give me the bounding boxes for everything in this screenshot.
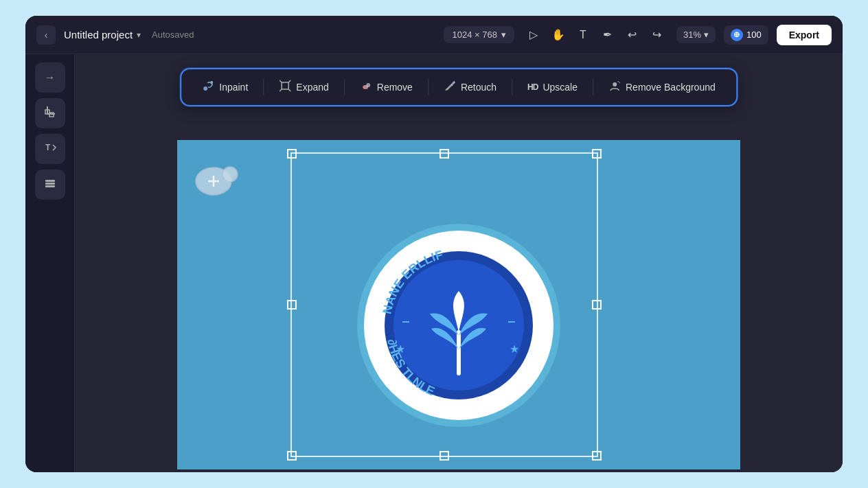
handle-bottom-mid[interactable] [439, 451, 449, 461]
divider-2 [344, 79, 345, 95]
svg-point-17 [222, 167, 238, 182]
svg-text:★: ★ [510, 343, 519, 355]
svg-point-8 [203, 86, 207, 91]
export-button[interactable]: Export [777, 25, 832, 45]
svg-text:★: ★ [396, 343, 405, 355]
sidebar-layers-button[interactable] [35, 170, 65, 200]
inpaint-label: Inpaint [219, 82, 248, 93]
handle-bottom-right[interactable] [592, 451, 602, 461]
handle-bottom-left[interactable] [287, 451, 297, 461]
hand-tool-button[interactable]: ✋ [547, 24, 569, 46]
upscale-label: Upscale [542, 82, 578, 93]
credits-badge: ⊕ 100 [724, 25, 768, 45]
retouch-tool[interactable]: Retouch [434, 75, 506, 100]
remove-bg-tool[interactable]: Remove Background [599, 75, 725, 100]
main-area: → T [25, 54, 843, 472]
sidebar-text-button[interactable]: T [35, 134, 65, 164]
autosaved-label: Autosaved [152, 30, 194, 40]
chevron-left-icon: ‹ [45, 30, 48, 40]
canvas-bg: NANE ERLLIF ∂HES TLNLE ★ ★ [177, 140, 740, 469]
sidebar: → T [25, 54, 75, 472]
expand-tool[interactable]: Expand [269, 75, 338, 100]
svg-rect-7 [45, 185, 55, 187]
svg-rect-6 [45, 183, 55, 185]
sidebar-crop-button[interactable] [35, 98, 65, 128]
handle-top-right[interactable] [592, 149, 602, 159]
upscale-icon: HD [527, 82, 538, 92]
retouch-icon [444, 80, 456, 95]
logo-badge: NANE ERLLIF ∂HES TLNLE ★ ★ [349, 216, 569, 435]
svg-rect-5 [45, 180, 55, 182]
divider-3 [428, 79, 429, 95]
dimension-dropdown-icon: ▾ [501, 30, 506, 40]
dimension-selector[interactable]: 1024 × 768 ▾ [444, 26, 514, 43]
zoom-dropdown-icon: ▾ [704, 30, 709, 40]
remove-bg-icon [608, 80, 621, 95]
text-tool-button[interactable]: T [572, 24, 594, 46]
divider-4 [512, 79, 512, 95]
svg-point-13 [453, 82, 455, 84]
canvas-area[interactable]: Inpaint Expand [75, 54, 843, 472]
retouch-label: Retouch [461, 82, 496, 93]
project-name: Untitled project [64, 29, 133, 40]
project-dropdown-icon: ▾ [137, 30, 141, 40]
redo-button[interactable]: ↪ [646, 24, 668, 46]
layers-icon [43, 176, 57, 193]
credits-value: 100 [746, 30, 762, 40]
cursor-tool-button[interactable]: ▷ [523, 24, 545, 46]
remove-bg-label: Remove Background [626, 82, 716, 93]
toolbar-icons: ▷ ✋ T ✒ ↩ ↪ [523, 24, 668, 46]
tool-strip: Inpaint Expand [180, 68, 738, 106]
project-name-area[interactable]: Untitled project ▾ [64, 29, 141, 40]
svg-point-14 [613, 82, 617, 86]
upscale-tool[interactable]: HD Upscale [518, 77, 587, 97]
zoom-value: 31% [683, 30, 701, 40]
svg-text:T: T [45, 143, 51, 152]
expand-label: Expand [296, 82, 328, 93]
handle-top-mid[interactable] [439, 149, 449, 159]
svg-rect-10 [282, 82, 288, 89]
text-transform-icon: T [43, 141, 57, 157]
zoom-selector[interactable]: 31% ▾ [676, 26, 716, 43]
handle-mid-left[interactable] [287, 300, 297, 310]
canvas-content: NANE ERLLIF ∂HES TLNLE ★ ★ [75, 54, 843, 472]
undo-button[interactable]: ↩ [621, 24, 643, 46]
back-button[interactable]: ‹ [36, 25, 56, 45]
dimension-value: 1024 × 768 [452, 30, 496, 40]
app-window: ‹ Untitled project ▾ Autosaved 1024 × 76… [25, 16, 843, 472]
credits-icon: ⊕ [731, 29, 743, 41]
header: ‹ Untitled project ▾ Autosaved 1024 × 76… [25, 16, 843, 54]
canvas-wrapper: NANE ERLLIF ∂HES TLNLE ★ ★ [177, 113, 740, 469]
handle-top-left[interactable] [287, 149, 297, 159]
remove-icon [360, 80, 372, 95]
handle-mid-right[interactable] [592, 300, 602, 310]
remove-tool[interactable]: Remove [350, 75, 422, 100]
eraser-overlay [187, 147, 249, 209]
remove-label: Remove [377, 82, 413, 93]
expand-icon [279, 80, 291, 95]
crop-icon [43, 105, 57, 121]
inpaint-tool[interactable]: Inpaint [192, 75, 258, 100]
pen-tool-button[interactable]: ✒ [597, 24, 619, 46]
divider-5 [593, 79, 593, 95]
svg-point-12 [366, 83, 370, 87]
sidebar-expand-button[interactable]: → [35, 62, 65, 93]
expand-icon: → [45, 71, 56, 84]
svg-point-9 [210, 81, 213, 84]
inpaint-icon [202, 80, 214, 95]
divider-1 [263, 79, 264, 95]
